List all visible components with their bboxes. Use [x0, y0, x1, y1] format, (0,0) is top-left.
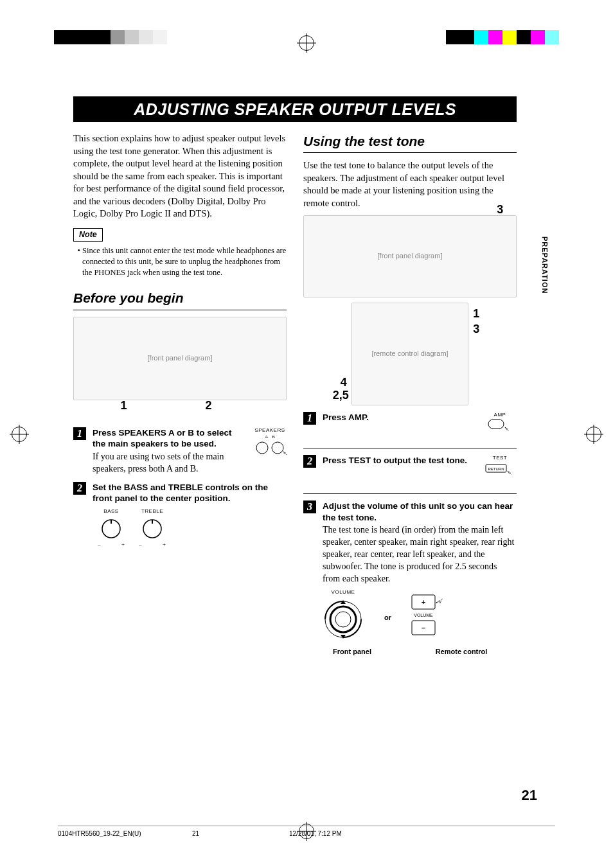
- bass-treble-knobs: BASS –+ TREBLE: [96, 508, 287, 548]
- callout-1: 1: [473, 306, 479, 321]
- callout-3: 3: [497, 202, 503, 217]
- page: PREPARATION ADJUSTING SPEAKER OUTPUT LEV…: [0, 0, 613, 868]
- page-number: 21: [522, 787, 537, 804]
- content-area: ADJUSTING SPEAKER OUTPUT LEVELS This sec…: [73, 96, 517, 657]
- note-label: Note: [73, 228, 103, 242]
- or-label: or: [384, 613, 391, 623]
- left-step-2-title: Set the BASS and TREBLE controls on the …: [93, 482, 287, 504]
- svg-rect-6: [488, 420, 504, 429]
- section-heading-using-test-tone: Using the test tone: [303, 132, 517, 153]
- left-step-1-body: If you are using two sets of the main sp…: [93, 451, 247, 475]
- svg-text:+: +: [422, 598, 425, 606]
- step-number-icon: 2: [303, 455, 316, 468]
- right-front-panel-diagram: 3: [303, 215, 517, 297]
- bass-knob-icon: BASS –+: [96, 508, 126, 548]
- step-number-icon: 2: [73, 482, 86, 495]
- svg-point-10: [330, 607, 356, 632]
- callout-3b: 3: [473, 321, 479, 337]
- section-tab-preparation: PREPARATION: [541, 236, 549, 294]
- speakers-ab-icon: SPEAKERS AB: [253, 427, 287, 462]
- treble-knob-icon: TREBLE –+: [138, 508, 167, 548]
- footer-timestamp: 12/28/01, 7:12 PM: [218, 830, 555, 837]
- registration-target-left: [12, 427, 27, 442]
- remote-volume-icon: + VOLUME –: [409, 592, 454, 642]
- intro-paragraph: This section explains how to adjust spea…: [73, 132, 287, 220]
- left-column: This section explains how to adjust spea…: [73, 132, 287, 657]
- svg-point-11: [335, 612, 351, 627]
- front-panel-diagram: 1 2: [73, 317, 287, 400]
- front-panel-volume-icon: VOLUME: [320, 589, 366, 646]
- callout-2: 2: [206, 398, 212, 413]
- registration-swatches-right: [446, 30, 559, 44]
- registration-swatches-left: [54, 30, 167, 44]
- right-step-3: 3 Adjust the volume of this unit so you …: [303, 500, 517, 585]
- footer-page: 21: [161, 830, 218, 837]
- right-step-2: 2 Press TEST to output the test tone. TE…: [303, 455, 517, 494]
- page-title: ADJUSTING SPEAKER OUTPUT LEVELS: [73, 96, 517, 122]
- svg-text:–: –: [422, 624, 425, 632]
- note-bullet: Since this unit cannot enter the test mo…: [82, 245, 287, 278]
- volume-controls-row: VOLUME or: [320, 589, 517, 646]
- step-number-icon: 3: [303, 500, 316, 513]
- section-heading-before-you-begin: Before you begin: [73, 289, 287, 310]
- print-footer: 0104HTR5560_19-22_EN(U) 21 12/28/01, 7:1…: [58, 826, 555, 837]
- right-step-3-body: The test tone is heard (in order) from t…: [323, 524, 517, 585]
- left-step-1: 1 Press SPEAKERS A or B to select the ma…: [73, 427, 287, 475]
- footer-filename: 0104HTR5560_19-22_EN(U): [58, 830, 161, 837]
- callout-25: 2,5: [333, 387, 349, 403]
- registration-target-top: [299, 35, 314, 51]
- note-list: Since this unit cannot enter the test mo…: [73, 245, 287, 278]
- callout-1: 1: [121, 398, 127, 413]
- step-number-icon: 1: [303, 412, 316, 425]
- svg-point-0: [256, 442, 268, 454]
- right-column: Using the test tone Use the test tone to…: [303, 132, 517, 657]
- registration-target-right: [586, 427, 601, 442]
- caption-front-panel: Front panel: [320, 647, 384, 657]
- right-step-2-title: Press TEST to output the test tone.: [323, 455, 477, 466]
- left-step-2: 2 Set the BASS and TREBLE controls on th…: [73, 482, 287, 504]
- svg-text:VOLUME: VOLUME: [414, 613, 433, 617]
- amp-button-icon: AMP: [483, 412, 517, 441]
- step-number-icon: 1: [73, 427, 86, 440]
- right-step-1-title: Press AMP.: [323, 412, 477, 423]
- right-step-1: 1 Press AMP. AMP: [303, 412, 517, 448]
- caption-remote-control: Remote control: [423, 647, 500, 657]
- right-step-3-title: Adjust the volume of this unit so you ca…: [323, 500, 517, 523]
- svg-text:RETURN: RETURN: [488, 467, 504, 471]
- left-step-1-title: Press SPEAKERS A or B to select the main…: [93, 427, 247, 450]
- remote-control-diagram: 1 3 4 2,5: [351, 303, 469, 405]
- svg-point-1: [272, 442, 283, 454]
- test-return-button-icon: TEST RETURN: [483, 455, 517, 487]
- volume-captions: Front panel Remote control: [320, 647, 517, 657]
- right-intro: Use the test tone to balance the output …: [303, 159, 517, 209]
